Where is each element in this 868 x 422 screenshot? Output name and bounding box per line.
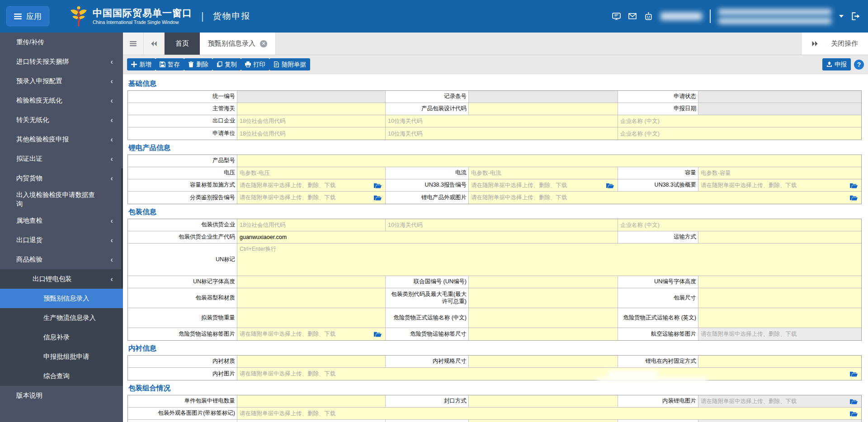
toolbar-button[interactable]: 新增 — [127, 58, 156, 70]
sidebar-item[interactable]: 信息补录 — [0, 328, 123, 347]
mail-icon[interactable] — [628, 13, 637, 19]
sidebar-item[interactable]: 综合查询 — [0, 366, 123, 386]
upload-field[interactable]: 请在随附单据中选择上传、删除、下载 — [698, 420, 861, 422]
sidebar-item[interactable]: 预甄别信息录入 — [0, 289, 123, 308]
field-input[interactable] — [237, 219, 385, 231]
folder-open-icon[interactable] — [374, 331, 382, 337]
upload-field[interactable]: 请在随附单据中选择上传、删除、下载 — [469, 179, 618, 191]
folder-open-icon[interactable] — [606, 183, 614, 188]
field-input[interactable] — [469, 328, 618, 340]
sidebar-item[interactable]: 出口锂电包装‹ — [0, 269, 123, 289]
tab-list-menu-button[interactable] — [123, 33, 144, 55]
upload-field[interactable]: 请在随附单据中选择上传、删除、下载 — [237, 368, 861, 380]
field-input[interactable] — [386, 115, 618, 127]
sidebar-item[interactable]: 检验检疫无纸化‹ — [0, 91, 123, 110]
brand: 中国国际贸易单一窗口 China International Trade Sin… — [69, 5, 192, 27]
sidebar-item[interactable]: 商品检验‹ — [0, 250, 123, 269]
field-input[interactable] — [237, 356, 385, 367]
field-input[interactable] — [469, 356, 618, 367]
sidebar-item[interactable]: 申报批组批申请 — [0, 347, 123, 366]
input-field-cell — [698, 356, 861, 367]
field-input[interactable] — [237, 231, 618, 243]
toolbar-button[interactable]: 打印 — [241, 58, 269, 70]
folder-open-icon[interactable] — [850, 195, 858, 201]
declare-button[interactable]: 申报 — [822, 58, 851, 70]
tab-home[interactable]: 首页 — [165, 33, 200, 55]
folder-open-icon[interactable] — [850, 371, 858, 377]
upload-field[interactable]: 请在随附单据中选择上传、删除、下载 — [698, 328, 861, 340]
field-input[interactable] — [237, 395, 385, 407]
field-input[interactable] — [237, 308, 385, 328]
upload-field[interactable]: 请在随附单据中选择上传、删除、下载 — [698, 395, 861, 407]
upload-field[interactable]: 请在随附单据中选择上传、删除、下载 — [469, 420, 618, 422]
apps-menu-button[interactable]: 应用 — [6, 6, 49, 26]
field-input[interactable] — [469, 288, 618, 308]
toolbar-button[interactable]: 暂存 — [156, 58, 184, 70]
field-input[interactable] — [618, 115, 861, 127]
chevron-down-icon[interactable] — [839, 15, 844, 18]
sidebar-item[interactable]: 重传/补传 — [0, 33, 123, 52]
field-input[interactable] — [698, 167, 861, 179]
folder-open-icon[interactable] — [850, 183, 858, 188]
double-chevron-right-icon[interactable] — [811, 41, 818, 46]
sidebar-scrollbar[interactable] — [121, 168, 123, 288]
field-input[interactable] — [469, 395, 618, 407]
robot-assistant-icon[interactable] — [644, 12, 653, 20]
field-input[interactable] — [237, 288, 385, 308]
field-input[interactable] — [698, 231, 861, 243]
app-header: 应用 中国国际贸易单一窗口 China International Trade … — [0, 0, 868, 33]
field-input[interactable] — [698, 308, 861, 328]
upload-field[interactable]: 请在随附单据中选择上传、删除、下载 — [698, 179, 861, 191]
field-input[interactable] — [618, 127, 861, 140]
monitor-icon[interactable] — [612, 13, 621, 20]
upload-field[interactable]: 请在随附单据中选择上传、删除、下载 — [237, 420, 386, 422]
field-input[interactable] — [386, 127, 618, 140]
close-tab-icon[interactable]: ✕ — [260, 40, 267, 47]
toolbar-button[interactable]: 删除 — [184, 58, 212, 70]
field-input[interactable] — [237, 155, 861, 167]
upload-field[interactable]: 请在随附单据中选择上传、删除、下载 — [237, 192, 386, 204]
sidebar-item[interactable]: 出口退货‹ — [0, 230, 123, 250]
sidebar-item[interactable]: 转关无纸化‹ — [0, 110, 123, 130]
un-mark-textarea[interactable] — [237, 244, 861, 276]
logout-icon[interactable] — [851, 12, 860, 20]
toolbar-button[interactable]: 复制 — [212, 58, 241, 70]
close-operations-button[interactable]: 关闭操作 — [831, 39, 858, 48]
field-input[interactable] — [469, 103, 618, 115]
sidebar-item[interactable]: 预录入申报配置‹ — [0, 71, 123, 91]
scroll-tabs-left-button[interactable] — [144, 33, 165, 55]
folder-open-icon[interactable] — [850, 399, 858, 404]
upload-field[interactable]: 请在随附单据中选择上传、删除、下载 — [469, 192, 861, 204]
field-input[interactable] — [698, 276, 861, 288]
sidebar-item[interactable]: 出入境检验检疫申请数据查询 — [0, 188, 123, 211]
folder-open-icon[interactable] — [374, 195, 382, 201]
field-input[interactable] — [237, 127, 385, 140]
field-input[interactable] — [237, 115, 385, 127]
sidebar-item[interactable]: 其他检验检疫申报‹ — [0, 130, 123, 149]
upload-field[interactable]: 请在随附单据中选择上传、删除、下载 — [237, 328, 386, 340]
toolbar-button[interactable]: 随附单据 — [269, 58, 310, 70]
field-input[interactable] — [237, 276, 385, 288]
sidebar-item[interactable]: 进口转关报关捆绑‹ — [0, 52, 123, 71]
field-input[interactable] — [237, 167, 385, 179]
sidebar-item[interactable]: 属地查检‹ — [0, 211, 123, 230]
tab-current[interactable]: 预甄别信息录入 ✕ — [200, 33, 276, 55]
field-input[interactable] — [386, 219, 618, 231]
sidebar-item[interactable]: 生产物流信息录入 — [0, 308, 123, 328]
field-input[interactable] — [469, 308, 618, 328]
section-title: 包装信息 — [128, 207, 862, 217]
help-button[interactable]: ? — [854, 60, 864, 70]
folder-open-icon[interactable] — [374, 183, 382, 188]
sidebar-item[interactable]: 拟证出证‹ — [0, 149, 123, 169]
field-input[interactable] — [618, 219, 861, 231]
upload-field[interactable]: 请在随附单据中选择上传、删除、下载 — [237, 179, 386, 191]
field-input[interactable] — [469, 276, 618, 288]
upload-field[interactable]: 请在随附单据中选择上传、删除、下载 — [237, 408, 861, 419]
field-input[interactable] — [469, 167, 618, 179]
field-input[interactable] — [698, 356, 861, 367]
folder-open-icon[interactable] — [850, 411, 858, 417]
field-input[interactable] — [698, 288, 861, 308]
field-input[interactable] — [237, 103, 385, 115]
sidebar-item[interactable]: 版本说明 — [0, 386, 123, 405]
sidebar-item[interactable]: 内贸货物‹ — [0, 169, 123, 188]
